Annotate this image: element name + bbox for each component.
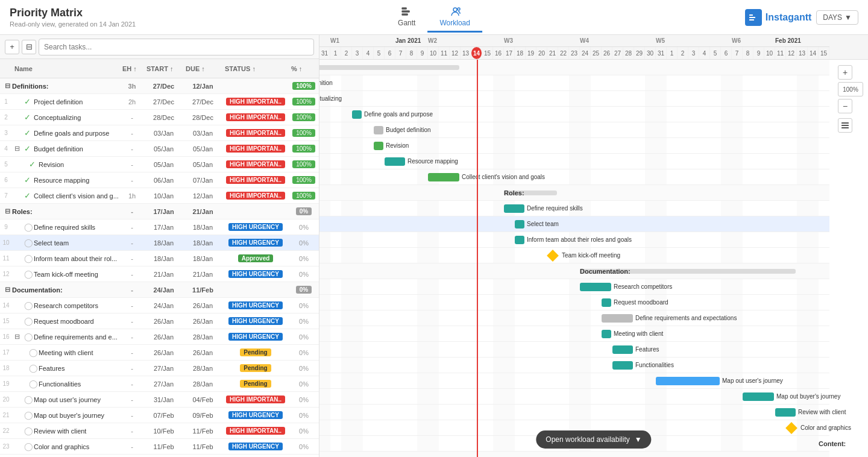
gantt-bar[interactable] — [602, 330, 611, 338]
gantt-bar[interactable] — [612, 345, 633, 354]
gantt-row-g4[interactable] — [319, 452, 829, 457]
check-icon: ✓ — [24, 128, 31, 137]
task-row-1[interactable]: 1 ✓ Project definition 2h 27/Dec 27/Dec … — [0, 94, 319, 110]
col-header-status[interactable]: STATUS ↑ — [222, 65, 289, 72]
task-expand[interactable]: ⊟ — [12, 145, 22, 153]
gantt-row-18[interactable] — [319, 342, 829, 358]
search-input[interactable] — [39, 39, 314, 55]
gantt-bar[interactable] — [743, 392, 774, 401]
row-pct: 0% — [289, 207, 319, 215]
task-check: ✓ — [24, 128, 34, 137]
gantt-row-g2[interactable] — [319, 185, 829, 201]
group-expand[interactable]: ⊟ — [2, 286, 12, 294]
gantt-bar[interactable] — [374, 126, 383, 134]
open-workload-button[interactable]: Open workload availability ▼ — [536, 430, 651, 449]
gantt-body[interactable]: Project definitionConceptualizingDefine … — [319, 60, 868, 457]
gantt-row-16[interactable] — [319, 310, 829, 326]
gantt-bar-label: Functionalities — [635, 362, 674, 368]
task-row-19[interactable]: 19 ◯ Functionalities - 27/Jan 28/Jan Pen… — [0, 376, 319, 392]
check-icon: ✓ — [29, 160, 36, 169]
task-row-11[interactable]: 11 ◯ Inform team about their rol... - 18… — [0, 251, 319, 266]
task-row-2[interactable]: 2 ✓ Conceptualizing - 28/Dec 28/Dec HIGH… — [0, 110, 319, 125]
day-cell-8-Feb: 8 — [743, 47, 753, 59]
task-row-4[interactable]: 4 ⊟ ✓ Budget definition - 05/Jan 05/Jan … — [0, 141, 319, 157]
zoom-out-button[interactable]: − — [838, 99, 852, 113]
gantt-bar[interactable] — [374, 142, 383, 150]
col-header-due[interactable]: DUE ↑ — [183, 65, 222, 72]
task-row-7[interactable]: 7 ✓ Collect client's vision and g... 1h … — [0, 188, 319, 204]
task-row-14[interactable]: 14 ◯ Research competitors - 24/Jan 26/Ja… — [0, 298, 319, 314]
gantt-bar[interactable] — [385, 157, 405, 166]
task-row-9[interactable]: 9 ◯ Define required skills - 17/Jan 18/J… — [0, 219, 319, 235]
gantt-bar[interactable] — [602, 298, 611, 307]
group-expand[interactable]: ⊟ — [2, 207, 12, 215]
gantt-row-22[interactable] — [319, 405, 829, 420]
zoom-in-button[interactable]: + — [838, 65, 852, 80]
group-expand[interactable]: ⊟ — [2, 82, 12, 90]
row-status: HIGH IMPORTAN.. — [222, 145, 289, 153]
check-icon: ◯ — [24, 317, 33, 326]
gantt-row-14[interactable] — [319, 279, 829, 295]
task-row-23[interactable]: 23 ◯ Color and graphics - 11/Feb 11/Feb … — [0, 439, 319, 455]
gantt-row-7[interactable] — [319, 169, 829, 185]
gantt-bar[interactable] — [319, 65, 459, 70]
task-row-24[interactable]: 24 ◯ Approval - - - HIGH URGENCY 0% — [0, 455, 319, 457]
gantt-row-2[interactable] — [319, 91, 829, 107]
collapse-button[interactable]: ⊟ — [22, 40, 36, 54]
days-button[interactable]: DAYS ▼ — [816, 10, 858, 25]
col-header-start[interactable]: START ↑ — [144, 65, 183, 72]
task-row-10[interactable]: 10 ◯ Select team - 18/Jan 18/Jan HIGH UR… — [0, 235, 319, 251]
tab-workload[interactable]: Workload — [427, 2, 482, 33]
gantt-bar[interactable] — [656, 377, 720, 385]
svg-rect-2 — [402, 14, 407, 15]
gantt-row-17[interactable] — [319, 326, 829, 342]
col-header-name[interactable]: Name — [0, 65, 120, 72]
gantt-row-15[interactable] — [319, 295, 829, 310]
task-row-15[interactable]: 15 ◯ Request moodboard - 26/Jan 26/Jan H… — [0, 314, 319, 329]
task-row-5[interactable]: 5 ✓ Revision - 05/Jan 05/Jan HIGH IMPORT… — [0, 157, 319, 172]
task-row-22[interactable]: 22 ◯ Review with client - 10/Feb 11/Feb … — [0, 423, 319, 439]
gantt-bar[interactable] — [352, 110, 362, 119]
gantt-bar[interactable] — [428, 173, 459, 181]
row-status: Pending — [222, 364, 289, 372]
row-status: HIGH IMPORTAN.. — [222, 176, 289, 184]
gantt-bar[interactable] — [504, 204, 524, 213]
row-num: 18 — [0, 365, 12, 371]
gantt-row-10[interactable] — [319, 216, 829, 232]
tab-gantt[interactable]: Gantt — [386, 2, 427, 33]
task-expand[interactable]: ⊟ — [12, 333, 22, 341]
task-row-3[interactable]: 3 ✓ Define goals and purpose - 03/Jan 03… — [0, 125, 319, 141]
gantt-row-1[interactable] — [319, 75, 829, 91]
row-num: 5 — [0, 161, 12, 168]
task-row-g2[interactable]: ⊟ Roles: - 17/Jan 21/Jan 0% — [0, 204, 319, 219]
task-row-12[interactable]: 12 ◯ Team kick-off meeting - 21/Jan 21/J… — [0, 266, 319, 282]
row-status: Approved — [222, 254, 289, 262]
task-row-6[interactable]: 6 ✓ Resource mapping - 06/Jan 07/Jan HIG… — [0, 172, 319, 188]
gantt-header: W1 Jan 2021 W2 W3 W4 W5 W6 Feb 2021 3112… — [319, 35, 868, 60]
task-row-g3[interactable]: ⊟ Documentation: - 24/Jan 11/Feb 0% — [0, 282, 319, 298]
day-cell-27-Jan: 27 — [612, 47, 623, 59]
day-cell-6-Jan: 6 — [385, 47, 395, 59]
row-num: 19 — [0, 380, 12, 387]
row-pct: 0% — [289, 365, 319, 372]
task-row-20[interactable]: 20 ◯ Map out user's journey - 31/Jan 04/… — [0, 392, 319, 408]
gantt-bar[interactable] — [602, 314, 633, 323]
gantt-list-button[interactable] — [838, 118, 852, 133]
add-button[interactable]: + — [5, 40, 19, 54]
task-row-18[interactable]: 18 ◯ Features - 27/Jan 28/Jan Pending 0% — [0, 361, 319, 376]
gantt-bar[interactable] — [612, 361, 633, 370]
check-icon: ◯ — [24, 332, 33, 341]
gantt-bar[interactable] — [515, 236, 524, 244]
task-row-g1[interactable]: ⊟ Definitions: 3h 27/Dec 12/Jan 100% — [0, 78, 319, 94]
gantt-bar[interactable] — [515, 220, 524, 228]
task-row-17[interactable]: 17 ◯ Meeting with client - 26/Jan 26/Jan… — [0, 345, 319, 361]
task-row-21[interactable]: 21 ◯ Map out buyer's journey - 07/Feb 09… — [0, 408, 319, 423]
col-header-pct[interactable]: % ↑ — [289, 65, 319, 72]
col-header-eh[interactable]: EH ↑ — [120, 65, 144, 72]
gantt-row-19[interactable] — [319, 358, 829, 373]
task-row-16[interactable]: 16 ⊟ ◯ Define requirements and e... - 26… — [0, 329, 319, 345]
gantt-bar[interactable] — [775, 408, 796, 417]
row-pct: 100% — [289, 176, 319, 184]
gantt-bar[interactable] — [580, 283, 611, 291]
row-num: 23 — [0, 443, 12, 450]
